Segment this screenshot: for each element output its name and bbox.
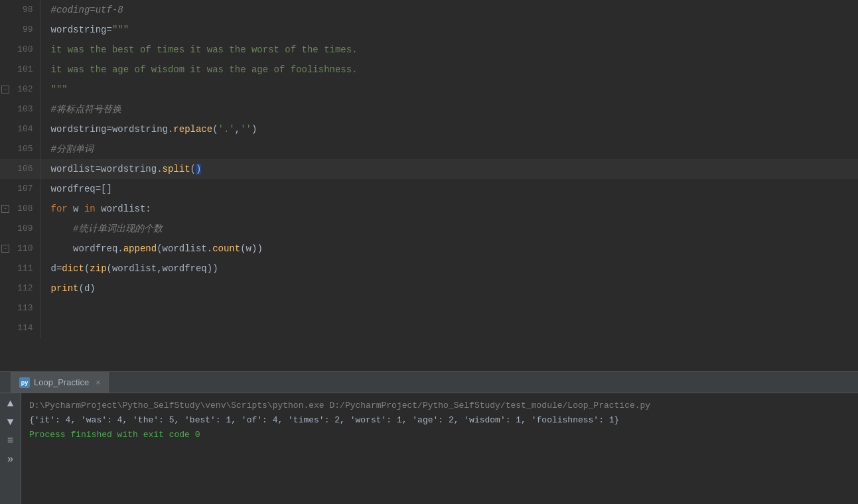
line-number: 104 <box>0 119 40 139</box>
fold-icon[interactable]: - <box>1 205 9 213</box>
code-line: wordlist=wordstring.split() <box>40 159 858 179</box>
line-number: 100 <box>0 40 40 60</box>
code-editor[interactable]: 98#coding=utf-899wordstring="""100it was… <box>0 0 858 371</box>
console-sidebar: ▲ ▼ ≡ » <box>0 393 21 504</box>
scroll-down-button[interactable]: ▼ <box>7 417 14 428</box>
comment-token: #统计单词出现的个数 <box>51 223 163 234</box>
method-token: count <box>212 243 240 254</box>
code-line: wordfreq.append(wordlist.count(w)) <box>40 239 858 259</box>
tab-label: Loop_Practice <box>34 377 89 387</box>
code-token: d= <box>51 263 62 274</box>
string-token: '.' <box>218 124 235 135</box>
code-token: wordlist: <box>96 204 151 214</box>
code-token: wordfreq. <box>51 243 123 254</box>
table-row: 112print(d) <box>0 279 858 298</box>
cursor-token: ) <box>196 164 201 174</box>
tab-left-icons <box>0 372 11 393</box>
table-row: 104wordstring=wordstring.replace('.','') <box>0 119 858 139</box>
table-row: 99wordstring=""" <box>0 20 858 40</box>
line-number: 101 <box>0 60 40 80</box>
table-row: 105#分割单词 <box>0 139 858 159</box>
code-line: it was the age of wisdom it was the age … <box>40 60 858 80</box>
code-line: it was the best of times it was the wors… <box>40 40 858 60</box>
line-number: 99 <box>0 20 40 40</box>
code-token: wordlist=wordstring. <box>51 164 163 174</box>
line-number: -108 <box>0 199 40 219</box>
table-row: 106wordlist=wordstring.split() <box>0 159 858 179</box>
code-token: ( <box>212 124 218 135</box>
string-token: it was the best of times it was the wors… <box>51 44 358 55</box>
method-token: zip <box>90 263 106 274</box>
code-token: w <box>68 204 84 214</box>
code-line: wordstring=""" <box>40 20 858 40</box>
code-line: d=dict(zip(wordlist,wordfreq)) <box>40 259 858 279</box>
code-token: (wordlist,wordfreq)) <box>107 263 218 274</box>
comment-token: #将标点符号替换 <box>51 104 121 115</box>
line-number: 111 <box>0 259 40 279</box>
method-token: split <box>163 164 190 174</box>
console-body: ▲ ▼ ≡ » D:\PycharmProject\Pytho_SelfStud… <box>0 393 858 504</box>
code-token: (wordlist. <box>157 243 212 254</box>
string-token: it was the age of wisdom it was the age … <box>51 64 358 75</box>
code-line <box>40 318 858 338</box>
code-line: """ <box>40 80 858 99</box>
code-line: #将标点符号替换 <box>40 99 858 119</box>
console-line: {'it': 4, 'was': 4, 'the': 5, 'best': 1,… <box>29 413 850 428</box>
line-number: 107 <box>0 179 40 199</box>
code-line: #分割单词 <box>40 139 858 159</box>
keyword-token: in <box>84 204 96 214</box>
string-token: """ <box>112 25 129 35</box>
code-token: wordfreq=[] <box>51 184 112 194</box>
code-line: wordstring=wordstring.replace('.','') <box>40 119 858 139</box>
code-token: ( <box>190 164 196 174</box>
code-line: wordfreq=[] <box>40 179 858 199</box>
tab-bar: py Loop_Practice × <box>0 372 858 393</box>
code-line: for w in wordlist: <box>40 199 858 219</box>
fold-icon[interactable]: - <box>1 245 9 253</box>
string-token: """ <box>51 84 68 95</box>
line-number: 109 <box>0 219 40 239</box>
table-row: -110 wordfreq.append(wordlist.count(w)) <box>0 239 858 259</box>
code-token: (d) <box>79 283 96 294</box>
comment-token: #分割单词 <box>51 144 94 155</box>
table-row: 98#coding=utf-8 <box>0 0 858 20</box>
table-row: -102""" <box>0 80 858 99</box>
table-row: 107wordfreq=[] <box>0 179 858 199</box>
line-number: -110 <box>0 239 40 259</box>
table-row: 113 <box>0 298 858 318</box>
console-line: Process finished with exit code 0 <box>29 428 850 442</box>
method-token: replace <box>173 124 212 135</box>
console-line: D:\PycharmProject\Pytho_SelfStudy\venv\S… <box>29 399 850 413</box>
table-row: 101it was the age of wisdom it was the a… <box>0 60 858 80</box>
code-token: wordstring= <box>51 25 112 35</box>
method-token: dict <box>62 263 84 274</box>
line-number: 103 <box>0 99 40 119</box>
tab-close-button[interactable]: × <box>96 378 100 387</box>
line-number: 98 <box>0 0 40 20</box>
line-number: 113 <box>0 298 40 318</box>
tab-loop-practice[interactable]: py Loop_Practice × <box>11 372 109 393</box>
table-row: 103#将标点符号替换 <box>0 99 858 119</box>
code-line: print(d) <box>40 279 858 298</box>
string-token: '' <box>240 124 251 135</box>
expand-button[interactable]: » <box>7 454 14 465</box>
console-output: D:\PycharmProject\Pytho_SelfStudy\venv\S… <box>21 393 858 504</box>
code-token: ) <box>251 124 257 135</box>
table-row: 111d=dict(zip(wordlist,wordfreq)) <box>0 259 858 279</box>
code-token: , <box>235 124 240 135</box>
keyword-token: for <box>51 204 68 214</box>
bottom-panel: py Loop_Practice × ▲ ▼ ≡ » D:\PycharmPro… <box>0 371 858 504</box>
table-row: 109 #统计单词出现的个数 <box>0 219 858 239</box>
python-icon: py <box>19 377 30 388</box>
line-number: 106 <box>0 159 40 179</box>
code-token: (w)) <box>240 243 263 254</box>
method-token: append <box>123 243 157 254</box>
code-line <box>40 298 858 318</box>
fold-icon[interactable]: - <box>1 86 9 94</box>
line-number: 114 <box>0 318 40 338</box>
scroll-up-button[interactable]: ▲ <box>7 399 14 409</box>
comment-token: #coding=utf-8 <box>51 5 123 15</box>
menu-button[interactable]: ≡ <box>7 436 14 446</box>
code-table: 98#coding=utf-899wordstring="""100it was… <box>0 0 858 338</box>
table-row: 114 <box>0 318 858 338</box>
